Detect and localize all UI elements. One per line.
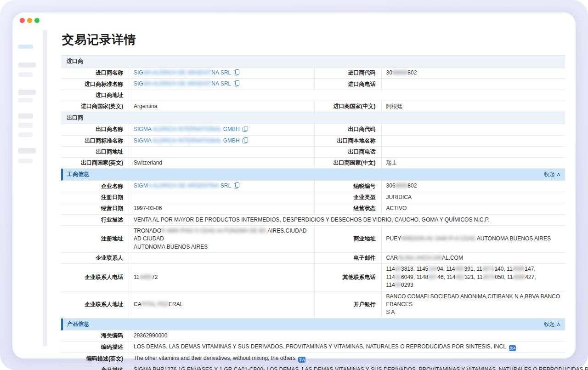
field-label: 行业描述 xyxy=(61,215,129,225)
section-header-business: 工商信息收起 ∧ xyxy=(61,169,565,181)
text-segment: Switzerland xyxy=(134,159,162,166)
section-header-product: 产品信息收起 ∧ xyxy=(61,319,565,330)
text-segment: 46, 114 xyxy=(437,274,455,280)
field-label: 出口商国家(中文) xyxy=(314,158,381,168)
copy-icon[interactable] xyxy=(234,182,239,188)
field-value xyxy=(381,147,565,157)
text-segment: AL.COM xyxy=(442,255,463,261)
redacted-text: R 4890 PISO 5 CDAD AUTONOMA DE BS xyxy=(161,228,266,234)
text-segment: NA SRL xyxy=(211,69,231,76)
text-segment: 11 xyxy=(134,274,139,280)
copy-icon[interactable] xyxy=(243,126,248,132)
text-segment: ACTIVO xyxy=(386,205,407,211)
text-segment: NA SRL xyxy=(211,80,231,87)
field-value: SIGMA ALDRICH INTERNATIONAL GMBH xyxy=(129,136,314,146)
redacted-text: 452 xyxy=(455,274,464,280)
redacted-text: 82 xyxy=(395,274,401,280)
field-label: 纳税编号 xyxy=(314,181,381,191)
field-label: 编码描述(英文) xyxy=(61,353,129,364)
field-label: 电子邮件 xyxy=(314,253,381,263)
redacted-text: 4585 xyxy=(513,266,525,272)
field-value xyxy=(381,136,565,146)
redacted-text: MA ALDRICH DE ARGENTI xyxy=(143,80,212,87)
text-segment: 30 xyxy=(386,69,392,76)
text-segment: 147, xyxy=(525,266,535,272)
field-label: 商业地址 xyxy=(314,226,381,252)
field-value: 瑞士 xyxy=(381,158,565,168)
redacted-text: 4586 xyxy=(513,274,525,280)
redacted-text: A ALDRICH DE ARGENTINA xyxy=(148,182,219,189)
field-value: 114833818, 114511894, 114450391, 1145721… xyxy=(381,264,565,290)
field-label: 进口商电话 xyxy=(314,79,381,89)
collapse-button-product[interactable]: 收起 ∧ xyxy=(544,320,560,328)
field-label: 注册日期 xyxy=(61,192,129,203)
field-label: 经营状态 xyxy=(314,203,381,214)
redacted-text: 118 xyxy=(428,266,437,272)
field-label: 出口商本地名称 xyxy=(314,136,381,146)
field-value xyxy=(381,79,565,89)
table-row: 行业描述VENTA AL POR MAYOR DE PRODUCTOS INTE… xyxy=(61,215,565,226)
text-segment: 802 xyxy=(407,69,417,76)
copy-icon[interactable] xyxy=(243,137,248,143)
redacted-text: 4455 xyxy=(139,274,152,280)
text-segment: GMBH xyxy=(223,137,240,144)
table-row: 出口商名称SIGMA ALDRICH INTERNATIONAL GMBH出口商… xyxy=(61,124,565,135)
translate-icon[interactable]: 文A xyxy=(298,357,305,363)
sidebar-skeleton-bar xyxy=(18,132,33,137)
field-label: 出口商代码 xyxy=(314,124,381,135)
company-link[interactable]: SIGMA ALDRICH DE ARGENTINA SRL xyxy=(134,182,239,190)
field-label: 产品描述 xyxy=(61,364,129,370)
field-value xyxy=(129,253,314,263)
translate-icon[interactable]: 文A xyxy=(509,345,516,351)
field-value: LOS DEMAS. LAS DEMAS VITAMINAS Y SUS DER… xyxy=(129,342,565,353)
sidebar-skeleton-bar xyxy=(18,72,33,77)
field-label: 出口商国家(英文) xyxy=(61,158,129,168)
text-segment: SIGMA xyxy=(134,137,151,144)
field-value: ACTIVO xyxy=(381,203,565,214)
field-label: 出口商地址 xyxy=(61,147,129,157)
copy-icon[interactable] xyxy=(234,80,239,86)
text-segment: 6049, 1148 xyxy=(401,274,428,280)
collapse-button-business[interactable]: 收起 ∧ xyxy=(544,171,560,178)
field-value: BANCO COMAFI SOCIEDAD ANONIMA,CITIBANK N… xyxy=(381,291,565,318)
field-value: CAPITAL FEDERAL xyxy=(129,291,314,318)
text-segment: 391, 11 xyxy=(464,266,482,272)
copy-icon[interactable] xyxy=(234,69,239,75)
sidebar-skeleton-bar xyxy=(18,148,36,154)
field-label: 海关编码 xyxy=(61,330,129,341)
company-link[interactable]: SIGMA ALDRICH INTERNATIONAL GMBH xyxy=(134,125,248,133)
text-segment: SIGM xyxy=(134,182,148,189)
field-value xyxy=(129,147,314,157)
text-segment: SIG xyxy=(134,69,143,76)
text-segment: 114 xyxy=(386,282,395,288)
field-value: JURIDICA xyxy=(381,192,565,203)
table-row: 编码描述LOS DEMAS. LAS DEMAS VITAMINAS Y SUS… xyxy=(61,342,565,353)
field-label: 进口商国家(英文) xyxy=(61,101,129,112)
section-header-exporter: 出口商 xyxy=(61,112,565,124)
field-label: 开户银行 xyxy=(314,291,381,318)
redacted-text: 83 xyxy=(395,282,401,288)
sidebar-skeleton-bar xyxy=(18,63,36,68)
field-label: 出口商标准名称 xyxy=(61,136,129,146)
text-segment: 0293 xyxy=(401,282,413,288)
table-row: 进口商名称SIGMA ALDRICH DE ARGENTINA SRL进口商代码… xyxy=(61,68,565,79)
section-header-importer: 进口商 xyxy=(61,56,565,68)
company-link[interactable]: SIGMA ALDRICH INTERNATIONAL GMBH xyxy=(134,137,248,145)
company-link[interactable]: SIGMA ALDRICH DE ARGENTINA SRL xyxy=(134,69,239,77)
redacted-text: 307 xyxy=(428,274,437,280)
field-label: 编码描述 xyxy=(61,342,129,353)
sidebar-skeleton-bar xyxy=(18,98,33,102)
table-row: 经营日期1997-03-06经营状态ACTIVO xyxy=(61,203,565,214)
text-segment: 瑞士 xyxy=(386,159,397,166)
redacted-text: OLINA.ANCH.GM xyxy=(398,255,442,261)
field-label: 企业名称 xyxy=(61,181,129,191)
sidebar xyxy=(12,12,43,359)
table-row: 注册地址TRONADOR 4890 PISO 5 CDAD AUTONOMA D… xyxy=(61,226,565,253)
table-row: 出口商标准名称SIGMA ALDRICH INTERNATIONAL GMBH出… xyxy=(61,136,565,147)
redacted-text: 4573 xyxy=(483,274,495,280)
text-segment: 29362990000 xyxy=(134,332,167,339)
sidebar-skeleton-bar xyxy=(18,159,33,163)
field-value: 阿根廷 xyxy=(381,101,565,112)
text-segment: Argentina xyxy=(134,103,157,109)
company-link[interactable]: SIGMA ALDRICH DE ARGENTINA SRL xyxy=(134,80,239,88)
